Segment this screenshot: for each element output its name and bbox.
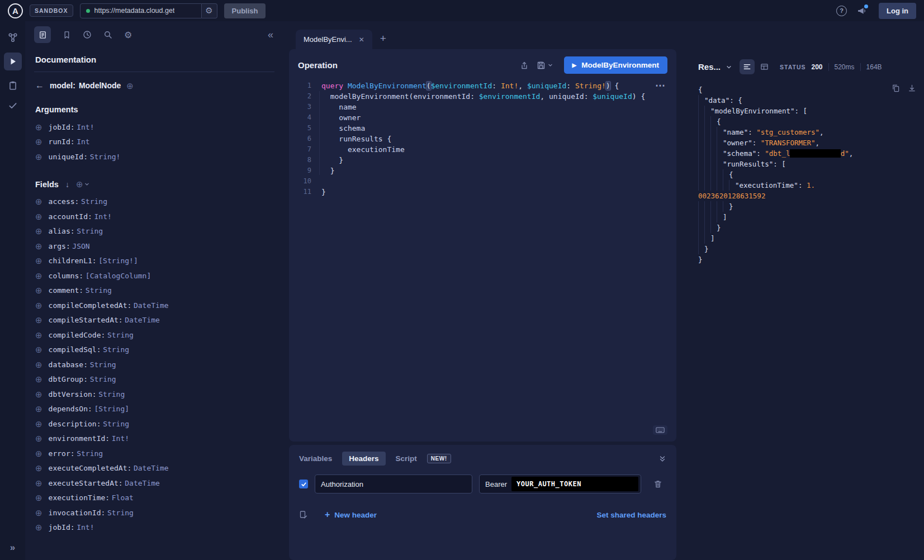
add-argument-icon[interactable]: ⊕ xyxy=(35,137,42,146)
add-field-icon[interactable]: ⊕ xyxy=(35,212,42,221)
argument-row[interactable]: ⊕ uniqueId: String! xyxy=(34,149,274,164)
add-field-icon[interactable]: ⊕ xyxy=(35,227,42,235)
tab-script[interactable]: Script xyxy=(396,452,417,466)
header-enabled-checkbox[interactable] xyxy=(299,480,308,488)
settings-gear-icon[interactable]: ⚙ xyxy=(124,30,132,40)
field-row[interactable]: ⊕ executeCompletedAt: DateTime xyxy=(34,461,274,476)
connection-settings-gear-icon[interactable]: ⚙ xyxy=(202,3,217,18)
operation-editor[interactable]: 1query ModelByEnvironment($environmentId… xyxy=(289,79,676,197)
field-row[interactable]: ⊕ dbtVersion: String xyxy=(34,387,274,402)
add-field-icon[interactable]: ⊕ xyxy=(35,509,42,517)
checklist-icon[interactable] xyxy=(8,101,18,111)
add-field-icon[interactable]: ⊕ xyxy=(35,375,42,383)
auth-token-chip[interactable]: YOUR_AUTH_TOKEN xyxy=(511,477,638,491)
response-json-viewer[interactable]: {"data": {"modelByEnvironment": [{"name"… xyxy=(698,84,918,265)
add-field-icon[interactable]: ⊕ xyxy=(35,464,42,472)
login-button[interactable]: Log in xyxy=(879,3,916,19)
field-row[interactable]: ⊕ description: String xyxy=(34,416,274,431)
field-row[interactable]: ⊕ comment: String xyxy=(34,283,274,298)
field-row[interactable]: ⊕ compiledSql: String xyxy=(34,343,274,358)
field-row[interactable]: ⊕ dbtGroup: String xyxy=(34,372,274,387)
collapse-request-panel-icon[interactable] xyxy=(658,455,666,463)
add-fields-icon[interactable]: ⊕ xyxy=(126,82,134,90)
response-dropdown-chevron-icon[interactable] xyxy=(726,64,732,70)
expand-rail-icon[interactable]: » xyxy=(0,542,25,553)
field-row[interactable]: ⊕ error: String xyxy=(34,446,274,461)
add-field-icon[interactable]: ⊕ xyxy=(35,272,42,280)
header-presets-icon[interactable] xyxy=(299,510,308,519)
download-response-icon[interactable] xyxy=(908,84,916,92)
field-row[interactable]: ⊕ columns: [CatalogColumn] xyxy=(34,268,274,283)
field-row[interactable]: ⊕ accountId: Int! xyxy=(34,209,274,224)
header-value-input[interactable]: Bearer YOUR_AUTH_TOKEN xyxy=(479,474,641,493)
add-field-icon[interactable]: ⊕ xyxy=(35,479,42,487)
operation-tab[interactable]: ModelByEnvi... ✕ xyxy=(296,30,372,49)
history-icon[interactable] xyxy=(83,30,92,39)
field-row[interactable]: ⊕ jobId: Int! xyxy=(34,520,274,535)
add-field-icon[interactable]: ⊕ xyxy=(35,449,42,458)
header-name-input[interactable]: Authorization xyxy=(315,474,472,493)
copy-response-icon[interactable] xyxy=(892,84,900,92)
set-shared-headers-link[interactable]: Set shared headers xyxy=(596,511,666,519)
field-row[interactable]: ⊕ environmentId: Int! xyxy=(34,431,274,447)
add-field-icon[interactable]: ⊕ xyxy=(35,242,42,250)
apollo-logo[interactable]: A xyxy=(8,3,23,18)
publish-button[interactable]: Publish xyxy=(224,3,266,18)
add-argument-icon[interactable]: ⊕ xyxy=(35,153,42,161)
run-operation-button[interactable]: ▶ ModelByEnvironment xyxy=(564,56,667,74)
bookmark-icon[interactable] xyxy=(63,31,71,39)
back-arrow-icon[interactable]: ← xyxy=(35,80,44,91)
documentation-tab-icon[interactable] xyxy=(34,26,51,43)
response-pretty-view-icon[interactable] xyxy=(740,59,755,74)
endpoint-url-input[interactable]: https://metadata.cloud.get xyxy=(80,3,202,18)
keyboard-shortcuts-icon[interactable] xyxy=(653,425,667,435)
add-field-icon[interactable]: ⊕ xyxy=(35,331,42,339)
collapse-docs-panel-icon[interactable]: « xyxy=(268,29,273,41)
add-field-icon[interactable]: ⊕ xyxy=(35,316,42,324)
field-row[interactable]: ⊕ childrenL1: [String!] xyxy=(34,254,274,269)
add-field-icon[interactable]: ⊕ xyxy=(35,345,42,354)
add-field-icon[interactable]: ⊕ xyxy=(35,360,42,369)
share-operation-icon[interactable] xyxy=(520,61,529,70)
new-tab-button[interactable]: + xyxy=(380,32,386,45)
sort-fields-icon[interactable]: ↓ xyxy=(65,180,69,189)
field-row[interactable]: ⊕ args: JSON xyxy=(34,239,274,254)
argument-row[interactable]: ⊕ jobId: Int! xyxy=(34,120,274,135)
add-field-icon[interactable]: ⊕ xyxy=(35,523,42,531)
argument-row[interactable]: ⊕ runId: Int xyxy=(34,135,274,150)
field-row[interactable]: ⊕ executionTime: Float xyxy=(34,491,274,506)
field-row[interactable]: ⊕ compileStartedAt: DateTime xyxy=(34,313,274,328)
field-row[interactable]: ⊕ dependsOn: [String] xyxy=(34,402,274,417)
field-row[interactable]: ⊕ invocationId: String xyxy=(34,505,274,520)
close-tab-icon[interactable]: ✕ xyxy=(359,36,364,44)
add-field-icon[interactable]: ⊕ xyxy=(35,286,42,295)
add-field-icon[interactable]: ⊕ xyxy=(35,493,42,502)
save-operation-button[interactable] xyxy=(537,61,553,70)
clipboard-icon[interactable] xyxy=(8,80,18,91)
tab-headers[interactable]: Headers xyxy=(342,452,385,466)
field-row[interactable]: ⊕ compileCompletedAt: DateTime xyxy=(34,298,274,313)
explorer-icon[interactable] xyxy=(4,53,22,70)
add-field-icon[interactable]: ⊕ xyxy=(35,420,42,428)
add-field-icon[interactable]: ⊕ xyxy=(35,301,42,310)
add-field-icon[interactable]: ⊕ xyxy=(35,434,42,443)
add-field-icon[interactable]: ⊕ xyxy=(35,197,42,206)
delete-header-icon[interactable] xyxy=(653,480,662,488)
add-field-icon[interactable]: ⊕ xyxy=(35,257,42,265)
add-field-icon[interactable]: ⊕ xyxy=(35,390,42,398)
field-row[interactable]: ⊕ executeStartedAt: DateTime xyxy=(34,476,274,491)
announcements-icon[interactable] xyxy=(857,6,866,16)
response-table-view-icon[interactable] xyxy=(760,63,769,71)
field-row[interactable]: ⊕ alias: String xyxy=(34,224,274,239)
schema-graph-icon[interactable] xyxy=(8,32,18,42)
field-row[interactable]: ⊕ compiledCode: String xyxy=(34,328,274,343)
field-row[interactable]: ⊕ database: String xyxy=(34,357,274,372)
field-row[interactable]: ⊕ access: String xyxy=(34,194,274,210)
tab-variables[interactable]: Variables xyxy=(299,452,332,466)
add-argument-icon[interactable]: ⊕ xyxy=(35,123,42,131)
search-icon[interactable] xyxy=(103,30,112,39)
help-icon[interactable]: ? xyxy=(836,6,847,16)
editor-overflow-menu-icon[interactable]: ⋯ xyxy=(655,79,665,92)
add-all-fields-button[interactable]: ⊕ xyxy=(76,180,90,188)
add-field-icon[interactable]: ⊕ xyxy=(35,405,42,413)
